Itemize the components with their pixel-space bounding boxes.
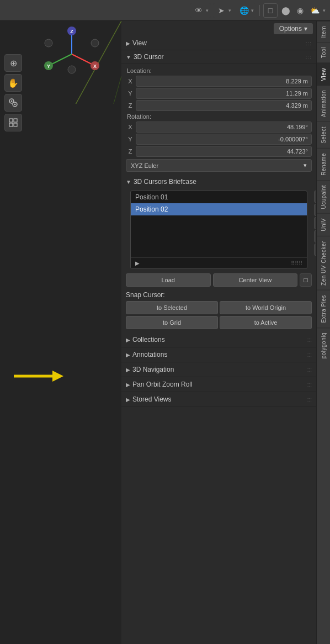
svg-point-13 (45, 39, 52, 47)
arrow-chevron-icon[interactable]: ▾ (228, 8, 231, 13)
stored-views-section[interactable]: ▶ Stored Views ::: (121, 392, 316, 407)
tab-tool[interactable]: Tool (317, 42, 330, 62)
eye-icon[interactable]: 👁 (193, 4, 205, 17)
briefcase-section-header[interactable]: ▼ 3D Cursors Briefcase (121, 175, 316, 188)
tab-zen-uv[interactable]: Zen UV Checker (317, 236, 330, 290)
tab-polygoniq[interactable]: polygoniq (317, 328, 330, 363)
tab-item[interactable]: Item (317, 21, 330, 42)
location-y-input[interactable]: 11.29 m (136, 88, 312, 99)
globe-icon[interactable]: 🌐 (238, 4, 250, 17)
tab-extra-pies[interactable]: Extra Pies (317, 290, 330, 328)
x-axis-label: X (126, 78, 135, 85)
tab-rename[interactable]: Rename (317, 148, 330, 180)
toolbar-separator-1 (259, 5, 260, 16)
euler-dropdown[interactable]: XYZ Euler ▾ (126, 159, 312, 172)
action-extra-button[interactable]: □ (300, 273, 312, 287)
action-buttons: Load Center View □ (121, 271, 316, 289)
play-icon: ▶ (135, 260, 140, 266)
svg-marker-23 (52, 371, 63, 382)
rotation-x-row: X 48.199° (126, 122, 312, 133)
tab-animation[interactable]: Animation (317, 85, 330, 122)
briefcase-collapse-icon: ▼ (126, 179, 131, 185)
rotation-group: Rotation: X 48.199° Y -0.000007° Z 44.72… (126, 113, 312, 157)
svg-rect-20 (9, 123, 13, 126)
top-toolbar: 👁 ▾ ➤ ▾ 🌐 ▾ □ ⬤ ◉ ⛅ ▾ (0, 0, 330, 21)
cloud-chevron-icon[interactable]: ▾ (323, 8, 326, 13)
gizmo-svg: Z X Y (39, 27, 105, 76)
stored-views-collapse-icon: ▶ (126, 397, 130, 403)
pan-orbit-collapse-icon: ▶ (126, 382, 130, 388)
rx-axis-label: X (126, 124, 135, 130)
grid-tool-button[interactable] (4, 114, 22, 131)
circle-solid-icon[interactable]: ⬤ (280, 4, 292, 17)
snap-to-grid-button[interactable]: to Grid (126, 316, 218, 329)
location-x-row: X 8.229 m (126, 76, 312, 87)
euler-chevron-icon: ▾ (304, 162, 307, 169)
3d-gizmo[interactable]: Z X Y (39, 27, 105, 76)
rotation-label: Rotation: (126, 113, 312, 120)
main-panel: Options ▾ ▶ View ::: ▼ 3D Cursor ::: Loc… (121, 21, 316, 644)
view-section-header[interactable]: ▶ View ::: (121, 36, 316, 50)
rz-axis-label: Z (126, 148, 135, 155)
snap-to-world-origin-button[interactable]: to World Origin (220, 301, 312, 314)
tab-univ[interactable]: UniV (317, 213, 330, 236)
tab-view[interactable]: View (317, 63, 330, 86)
navigation-3d-label: 3D Navigation (132, 366, 174, 373)
collections-drag-handle: ::: (307, 337, 312, 343)
square-icon[interactable]: □ (263, 3, 278, 18)
location-y-row: Y 11.29 m (126, 88, 312, 99)
location-label: Location: (126, 67, 312, 74)
snap-to-active-button[interactable]: to Active (220, 316, 312, 329)
location-z-row: Z 4.329 m (126, 100, 312, 111)
disc-icon[interactable]: ◉ (294, 4, 306, 17)
navigation-collapse-icon: ▶ (126, 367, 130, 373)
list-bottom: ▶ ⠿⠿⠿ (131, 257, 307, 268)
viewport[interactable]: Z X Y ⊕ ✋ (0, 21, 121, 644)
add-tool-button[interactable]: ⊕ (4, 54, 22, 72)
ry-axis-label: Y (126, 136, 135, 142)
options-button[interactable]: Options ▾ (274, 23, 313, 34)
toolbar-group-3: 🌐 ▾ (236, 3, 256, 18)
pan-orbit-drag-handle: ::: (307, 382, 312, 388)
location-z-input[interactable]: 4.329 m (136, 100, 312, 111)
toolbar-group-1: 👁 ▾ (190, 3, 211, 18)
position-02-item[interactable]: Position 02 (131, 203, 307, 215)
grab-tool-button[interactable]: ✋ (4, 74, 22, 92)
snap-cursor-label: Snap Cursor: (121, 289, 316, 301)
rotation-y-row: Y -0.000007° (126, 134, 312, 145)
svg-rect-21 (14, 123, 17, 126)
snap-to-selected-button[interactable]: to Selected (126, 301, 218, 314)
cursor-section-header[interactable]: ▼ 3D Cursor ::: (121, 50, 316, 64)
location-x-input[interactable]: 8.229 m (136, 76, 312, 87)
globe-chevron-icon[interactable]: ▾ (251, 8, 254, 13)
view-section-label: View (132, 39, 147, 47)
tab-select[interactable]: Select (317, 122, 330, 148)
navigation-3d-section[interactable]: ▶ 3D Navigation ::: (121, 362, 316, 377)
left-toolbar: ⊕ ✋ (4, 54, 22, 131)
cloud-icon[interactable]: ⛅ (308, 4, 321, 17)
position-01-item[interactable]: Position 01 (131, 191, 307, 203)
rotation-x-input[interactable]: 48.199° (136, 122, 312, 133)
svg-rect-19 (14, 119, 17, 122)
annotations-drag-handle: ::: (307, 352, 312, 358)
right-tabs: Item Tool View Animation Select Rename U… (316, 21, 330, 644)
pan-orbit-section[interactable]: ▶ Pan Orbit Zoom Roll ::: (121, 377, 316, 392)
cursor-section-label: 3D Cursor (134, 53, 164, 61)
cursor-collapse-icon: ▼ (126, 54, 131, 60)
rotation-z-input[interactable]: 44.723° (136, 146, 312, 157)
svg-point-11 (68, 66, 76, 73)
rotation-y-input[interactable]: -0.000007° (136, 134, 312, 145)
collections-label: Collections (132, 336, 165, 344)
load-button[interactable]: Load (126, 273, 211, 287)
arrow-icon[interactable]: ➤ (215, 4, 227, 17)
toolbar-group-2: ➤ ▾ (213, 3, 233, 18)
collections-section[interactable]: ▶ Collections ::: (121, 332, 316, 347)
tab-ucupaint[interactable]: Ucupaint (317, 180, 330, 213)
cursor-section-content: Location: X 8.229 m Y 11.29 m Z 4.329 m … (121, 64, 316, 175)
center-view-button[interactable]: Center View (213, 273, 298, 287)
annotations-section[interactable]: ▶ Annotations ::: (121, 347, 316, 362)
eye-chevron-icon[interactable]: ▾ (206, 8, 209, 13)
options-bar: Options ▾ (121, 21, 316, 36)
pan-orbit-label: Pan Orbit Zoom Roll (132, 381, 193, 388)
animate-tool-button[interactable] (4, 94, 22, 112)
